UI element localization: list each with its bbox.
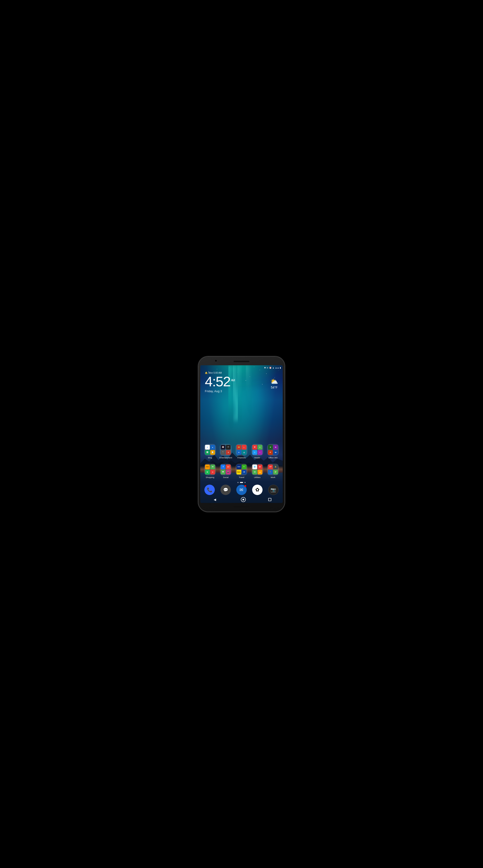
weather-temperature: 54°F — [270, 385, 278, 389]
blog-app-4: 📑 — [210, 450, 215, 455]
folder-social-label: Social — [223, 476, 229, 478]
health-app-4: + — [258, 450, 262, 455]
util-app-4: ☁ — [258, 470, 262, 474]
dock-photos-button[interactable]: ✿ — [252, 485, 262, 495]
nav-recents-button[interactable] — [268, 498, 272, 501]
folder-utilities-label: Utilities — [254, 476, 260, 478]
alarm-icon: 🔔 — [205, 372, 207, 374]
office-app-3: P — [268, 450, 273, 455]
status-icons: ✱ ⊖ ⏰ ▲ ▲▲ ▮ — [264, 367, 281, 369]
folder-office365-icon[interactable]: X N P W — [267, 444, 279, 456]
folder-utilities-icon[interactable]: 🌐 O 🗺 ☁ — [252, 464, 263, 475]
ent-app-1: ⚾ — [221, 445, 225, 450]
health-app-3: 💧 — [252, 450, 257, 455]
soc-app-3: 💬 — [221, 470, 225, 474]
folder-office365[interactable]: X N P W Office 365 — [266, 444, 280, 459]
work-app-1: A/P — [268, 465, 273, 469]
folder-shopping[interactable]: AMZ 🗺 ▶ M Shopping — [203, 464, 217, 478]
blog-app-1: G — [205, 445, 210, 450]
work-app-4: ✅ — [273, 470, 278, 474]
office-app-1: X — [268, 445, 273, 450]
speaker-top — [234, 361, 249, 362]
page-dot-1[interactable] — [237, 482, 238, 483]
dock-messages-button[interactable]: 💬 — [221, 485, 231, 495]
nav-home-button[interactable] — [241, 497, 246, 502]
health-app-2: ♥ — [258, 445, 262, 450]
trav-app-1: AAA — [236, 465, 241, 469]
trav-app-4: 🗺 — [242, 470, 247, 474]
page-dots — [200, 482, 283, 483]
folder-health-icon[interactable]: ❤ ♥ 💧 + — [252, 444, 263, 456]
folder-office365-label: Office 365 — [268, 457, 278, 459]
office-app-4: W — [273, 450, 278, 455]
soc-app-2: G+ — [226, 465, 231, 469]
trav-app-3: Hertz — [236, 470, 241, 474]
folder-travel[interactable]: AAA ✈ Hertz 🗺 Travel — [235, 464, 248, 478]
wifi-icon: ▲ — [272, 367, 274, 369]
dock-outlook-button[interactable]: ✉ — [236, 485, 247, 495]
dock-phone-button[interactable]: 📞 — [204, 485, 215, 495]
trav-app-2: ✈ — [242, 465, 247, 469]
speaker-bottom — [234, 506, 249, 507]
front-camera — [215, 360, 217, 362]
clock-date: Friday, Aug 3 — [205, 390, 235, 393]
outlook-notification-dot — [245, 485, 246, 487]
fin-app-4: 🏦 — [242, 450, 247, 455]
outlook-icon: ✉ — [239, 487, 243, 493]
folder-entertainment-icon[interactable]: ⚾ 🎬 📷 B — [220, 444, 231, 456]
health-app-1: ❤ — [252, 445, 257, 450]
work-app-2: 🔒 — [273, 465, 278, 469]
folder-blog-label: Blog — [208, 457, 212, 459]
folder-travel-icon[interactable]: AAA ✈ Hertz 🗺 — [236, 464, 247, 475]
ent-app-3: 📷 — [221, 450, 225, 455]
ent-app-4: B — [226, 450, 231, 455]
nav-back-button[interactable]: ◀ — [211, 496, 219, 503]
weather-widget[interactable]: ⛅ 54°F — [270, 378, 278, 389]
fin-app-3: ■ — [236, 450, 241, 455]
folder-health[interactable]: ❤ ♥ 💧 + Health — [251, 444, 264, 459]
blog-app-3: 📊 — [205, 450, 210, 455]
folder-blog-icon[interactable]: G ▲ 📊 📑 — [204, 444, 216, 456]
folder-shopping-icon[interactable]: AMZ 🗺 ▶ M — [204, 464, 216, 475]
page-dot-2-active[interactable] — [240, 482, 243, 483]
folder-social-icon[interactable]: f G+ 💬 📸 — [220, 464, 231, 475]
fin-app-1: 💳 — [236, 445, 241, 450]
shop-app-2: 🗺 — [210, 465, 215, 469]
ent-app-2: 🎬 — [226, 445, 231, 450]
folder-work[interactable]: A/P 🔒 📍 ✅ Work — [266, 464, 280, 478]
folder-work-label: Work — [271, 476, 276, 478]
folder-health-label: Health — [254, 457, 260, 459]
status-bar: ✱ ⊖ ⏰ ▲ ▲▲ ▮ — [200, 365, 283, 370]
folder-finances-label: Finances — [237, 457, 246, 459]
folder-utilities[interactable]: 🌐 O 🗺 ☁ Utilities — [251, 464, 264, 478]
soc-app-1: f — [221, 465, 225, 469]
folder-travel-label: Travel — [239, 476, 245, 478]
page-dot-3[interactable] — [245, 482, 246, 483]
folder-shopping-label: Shopping — [206, 476, 214, 478]
folder-blog[interactable]: G ▲ 📊 📑 Blog — [203, 444, 217, 459]
weather-icon: ⛅ — [270, 378, 278, 385]
navigation-bar: ◀ — [200, 496, 283, 503]
dnd-icon: ⊖ — [266, 367, 268, 369]
blog-app-2: ▲ — [210, 445, 215, 450]
folder-finances[interactable]: 💳 ▷ ■ 🏦 Finances — [235, 444, 248, 459]
folder-entertainment[interactable]: ⚾ 🎬 📷 B Entertainment — [219, 444, 232, 459]
clock-widget: 🔔 Mon 5:00 AM 4:52AM Friday, Aug 3 — [205, 372, 235, 393]
signal-icon: ▲▲ — [275, 367, 279, 369]
folder-finances-icon[interactable]: 💳 ▷ ■ 🏦 — [236, 444, 247, 456]
alarm-status-icon: ⏰ — [269, 367, 272, 369]
app-row-2: AMZ 🗺 ▶ M Shopping f G+ 💬 📸 Social — [200, 464, 283, 478]
am-pm-label: AM — [231, 378, 235, 382]
time-digits: 4:52 — [205, 374, 230, 389]
folder-entertainment-label: Entertainment — [219, 457, 232, 459]
dock-camera-button[interactable]: 📷 — [268, 485, 279, 495]
fin-app-2: ▷ — [242, 445, 247, 450]
app-row-1: G ▲ 📊 📑 Blog ⚾ 🎬 📷 B Entertainment — [200, 444, 283, 459]
bluetooth-icon: ✱ — [264, 367, 266, 369]
battery-icon: ▮ — [280, 367, 281, 369]
folder-social[interactable]: f G+ 💬 📸 Social — [219, 464, 232, 478]
alarm-time: Mon 5:00 AM — [208, 372, 222, 374]
phone-device: ✱ ⊖ ⏰ ▲ ▲▲ ▮ 🔔 Mon 5:00 AM 4:52AM Friday… — [199, 357, 284, 512]
folder-work-icon[interactable]: A/P 🔒 📍 ✅ — [267, 464, 279, 475]
phone-screen: ✱ ⊖ ⏰ ▲ ▲▲ ▮ 🔔 Mon 5:00 AM 4:52AM Friday… — [200, 365, 283, 503]
